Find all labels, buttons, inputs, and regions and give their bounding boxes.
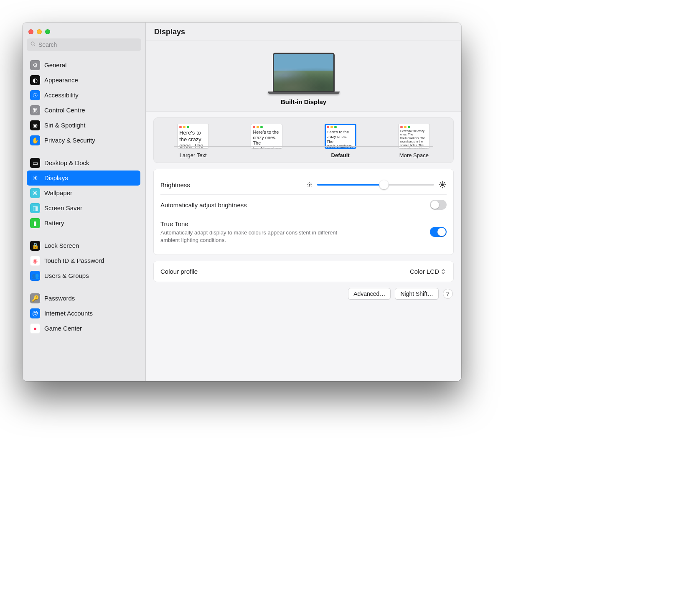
sidebar-item-label: Appearance — [44, 76, 78, 84]
colour-profile-row: Colour profile Color LCD — [160, 265, 447, 278]
auto-brightness-row: Automatically adjust brightness — [160, 194, 447, 215]
sidebar-item-label: Desktop & Dock — [44, 159, 89, 167]
sidebar-item-label: Internet Accounts — [44, 310, 93, 317]
accessibility-icon: ☉ — [30, 90, 40, 100]
svg-point-11 — [441, 183, 444, 186]
svg-line-9 — [308, 186, 308, 186]
resolution-column: Here's to the crazy ones. The troublemak… — [158, 124, 228, 158]
sidebar-item-label: Privacy & Security — [44, 137, 95, 144]
sidebar-item-touch-id[interactable]: ◉Touch ID & Password — [27, 253, 140, 268]
sidebar-item-internet-accounts[interactable]: @Internet Accounts — [27, 306, 140, 321]
svg-line-16 — [440, 182, 441, 183]
sidebar-item-label: Passwords — [44, 295, 75, 302]
close-window-button[interactable] — [28, 29, 33, 34]
help-button[interactable]: ? — [443, 289, 453, 299]
search-icon — [30, 41, 38, 48]
display-settings-card: Brightness — [153, 169, 454, 255]
wallpaper-icon: ❋ — [30, 188, 40, 198]
resolution-column: Here's to the crazy ones. The troublemak… — [231, 124, 302, 158]
siri-spotlight-icon: ◉ — [30, 120, 40, 130]
auto-brightness-toggle[interactable] — [430, 200, 447, 210]
touch-id-icon: ◉ — [30, 256, 40, 266]
sidebar: ⚙︎General◐Appearance☉Accessibility⌘Contr… — [23, 23, 146, 381]
sidebar-item-label: Touch ID & Password — [44, 257, 104, 265]
sidebar-item-battery[interactable]: ▮Battery — [27, 216, 140, 231]
sidebar-search[interactable] — [27, 38, 141, 51]
sidebar-item-appearance[interactable]: ◐Appearance — [27, 73, 140, 88]
true-tone-toggle[interactable] — [430, 227, 447, 237]
sidebar-item-accessibility[interactable]: ☉Accessibility — [27, 88, 140, 103]
colour-profile-value: Color LCD — [410, 268, 439, 275]
colour-profile-label: Colour profile — [160, 268, 198, 275]
brightness-control — [306, 180, 447, 189]
sidebar-item-control-centre[interactable]: ⌘Control Centre — [27, 103, 140, 118]
auto-brightness-label: Automatically adjust brightness — [160, 201, 247, 209]
svg-line-1 — [34, 45, 35, 46]
sidebar-item-privacy-security[interactable]: ✋Privacy & Security — [27, 133, 140, 148]
lock-screen-icon: 🔒 — [30, 241, 40, 251]
brightness-row: Brightness — [160, 175, 447, 194]
sidebar-item-passwords[interactable]: 🔑Passwords — [27, 291, 140, 306]
window-controls — [27, 27, 141, 38]
resolution-option-larger-text[interactable]: Here's to the crazy ones. The troublemak… — [177, 124, 209, 149]
sidebar-item-desktop-dock[interactable]: ▭Desktop & Dock — [27, 155, 140, 171]
sidebar-item-general[interactable]: ⚙︎General — [27, 58, 140, 73]
resolution-option-default[interactable]: Here's to the crazy ones. The troublemak… — [325, 124, 356, 149]
minimize-window-button[interactable] — [37, 29, 42, 34]
sidebar-item-label: Users & Groups — [44, 272, 89, 280]
sidebar-item-label: General — [44, 61, 66, 69]
battery-icon: ▮ — [30, 218, 40, 228]
display-preview: Built-in Display — [146, 41, 461, 112]
sidebar-list: ⚙︎General◐Appearance☉Accessibility⌘Contr… — [27, 55, 141, 381]
brightness-label: Brightness — [160, 181, 190, 188]
svg-line-10 — [311, 183, 311, 183]
sidebar-item-screen-saver[interactable]: ▥Screen Saver — [27, 201, 140, 216]
night-shift-button[interactable]: Night Shift… — [395, 288, 439, 300]
sidebar-item-wallpaper[interactable]: ❋Wallpaper — [27, 186, 140, 201]
brightness-low-icon — [306, 181, 313, 188]
main-panel: Displays Built-in Display Here's to the … — [146, 23, 461, 381]
resolution-option-label: Default — [331, 152, 350, 158]
advanced-button[interactable]: Advanced… — [348, 288, 391, 300]
laptop-icon — [270, 53, 337, 94]
sidebar-item-users-groups[interactable]: 👥Users & Groups — [27, 268, 140, 283]
chevron-up-down-icon — [441, 268, 447, 275]
sidebar-item-game-center[interactable]: ●Game Center — [27, 321, 140, 336]
resolution-column: Here's to the crazy ones. The troublemak… — [305, 124, 376, 158]
privacy-security-icon: ✋ — [30, 135, 40, 145]
maximize-window-button[interactable] — [45, 29, 50, 34]
brightness-slider[interactable] — [317, 180, 434, 189]
page-titlebar: Displays — [146, 23, 461, 41]
search-input[interactable] — [38, 41, 138, 48]
colour-profile-card: Colour profile Color LCD — [153, 261, 454, 282]
svg-point-0 — [31, 42, 34, 45]
sidebar-item-label: Screen Saver — [44, 204, 82, 212]
true-tone-row: True Tone Automatically adapt display to… — [160, 215, 447, 249]
sidebar-item-label: Accessibility — [44, 92, 79, 99]
resolution-option-more-space[interactable]: Here's to the crazy ones. The troublemak… — [398, 124, 430, 149]
sidebar-item-label: Control Centre — [44, 107, 85, 114]
sidebar-item-lock-screen[interactable]: 🔒Lock Screen — [27, 238, 140, 253]
appearance-icon: ◐ — [30, 75, 40, 85]
sidebar-item-displays[interactable]: ☀︎Displays — [27, 171, 140, 186]
sidebar-item-label: Displays — [44, 174, 68, 182]
sidebar-item-label: Wallpaper — [44, 189, 72, 197]
true-tone-label: True Tone — [160, 220, 353, 227]
displays-icon: ☀︎ — [30, 173, 40, 183]
screen-saver-icon: ▥ — [30, 203, 40, 213]
colour-profile-select[interactable]: Color LCD — [410, 268, 447, 275]
true-tone-description: Automatically adapt display to make colo… — [160, 229, 353, 244]
sidebar-item-siri-spotlight[interactable]: ◉Siri & Spotlight — [27, 118, 140, 133]
display-screen-icon — [273, 53, 335, 92]
resolution-option-label — [266, 152, 268, 158]
svg-line-19 — [444, 182, 445, 183]
control-centre-icon: ⌘ — [30, 105, 40, 115]
resolution-column: Here's to the crazy ones. The troublemak… — [379, 124, 449, 158]
sidebar-item-label: Battery — [44, 219, 64, 227]
svg-line-18 — [440, 186, 441, 187]
resolution-card: Here's to the crazy ones. The troublemak… — [153, 117, 454, 163]
general-icon: ⚙︎ — [30, 60, 40, 70]
resolution-option-mid-1[interactable]: Here's to the crazy ones. The troublemak… — [251, 124, 282, 149]
sidebar-item-label: Game Center — [44, 325, 82, 332]
page-title: Displays — [154, 28, 453, 36]
